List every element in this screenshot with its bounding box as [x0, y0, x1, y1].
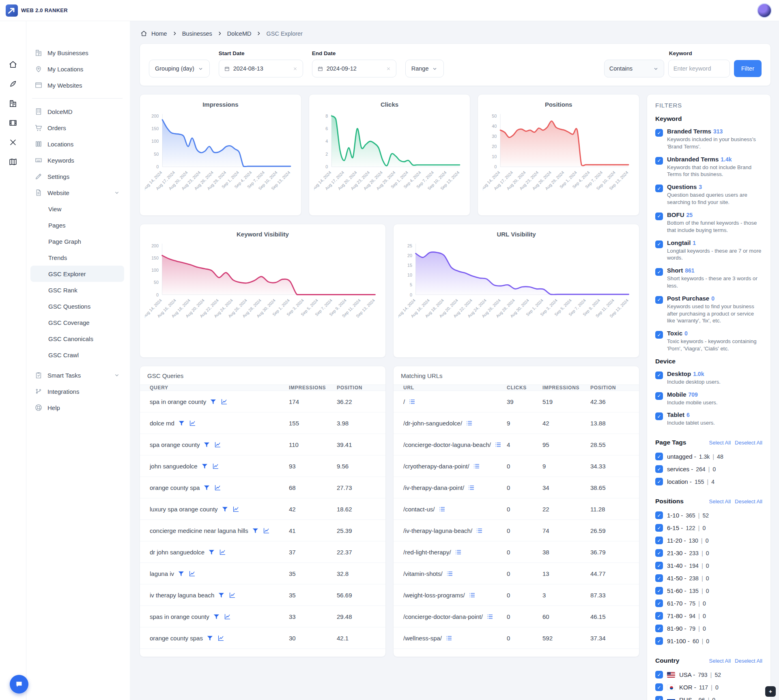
checkbox[interactable]	[655, 296, 663, 304]
list-queries-icon[interactable]	[468, 591, 476, 599]
sidebar-subitem[interactable]: Pages	[30, 217, 124, 233]
checkbox[interactable]	[655, 549, 663, 557]
sidebar-item[interactable]: Settings	[30, 168, 124, 185]
checkbox[interactable]	[655, 478, 663, 485]
rail-tools-icon[interactable]	[9, 138, 17, 147]
filter-query-icon[interactable]	[213, 613, 220, 621]
select-all-link[interactable]: Select All	[709, 498, 731, 505]
rail-map-icon[interactable]	[9, 157, 17, 166]
list-queries-icon[interactable]	[465, 419, 473, 427]
table-row[interactable]: /red-light-therapy/ 0 38 36.79	[394, 541, 639, 563]
checkbox[interactable]	[655, 537, 663, 544]
table-row[interactable]: /wellness-spa/ 0 592 37.34	[394, 627, 639, 649]
table-row[interactable]: john sanguedolce 93 9.56	[140, 455, 385, 477]
deselect-all-link[interactable]: Deselect All	[735, 658, 762, 664]
table-row[interactable]: spa orange county 110 39.41	[140, 434, 385, 455]
filter-query-icon[interactable]	[203, 484, 211, 492]
trend-query-icon[interactable]	[224, 613, 231, 621]
corner-extension-badge[interactable]: ✦	[765, 686, 776, 697]
filter-query-icon[interactable]	[209, 398, 217, 406]
clear-end-date-icon[interactable]	[386, 66, 391, 71]
trend-query-icon[interactable]	[214, 441, 222, 449]
table-row[interactable]: /concierge-doctor-dana-point/ 0 60 46.15	[394, 606, 639, 627]
table-row[interactable]: /concierge-doctor-laguna-beach/ 4 95 28.…	[394, 434, 639, 455]
table-row[interactable]: /vitamin-shots/ 0 13 44.77	[394, 563, 639, 584]
table-row[interactable]: orange county spa 68 27.73	[140, 477, 385, 498]
trend-query-icon[interactable]	[219, 548, 226, 556]
trend-query-icon[interactable]	[228, 591, 236, 599]
breadcrumb-home-icon[interactable]	[140, 30, 147, 37]
checkbox[interactable]	[655, 574, 663, 582]
deselect-all-link[interactable]: Deselect All	[735, 498, 762, 505]
trend-query-icon[interactable]	[189, 419, 196, 427]
table-row[interactable]: /iv-therapy-laguna-beach/ 0 74 26.59	[394, 520, 639, 541]
rail-businesses-icon[interactable]	[9, 99, 17, 108]
checkbox[interactable]	[655, 587, 663, 595]
trend-query-icon[interactable]	[217, 634, 225, 642]
sidebar-subitem[interactable]: GSC Rank	[30, 282, 124, 298]
sidebar-item[interactable]: Locations	[30, 136, 124, 152]
list-queries-icon[interactable]	[445, 634, 453, 642]
sidebar-item[interactable]: My Locations	[30, 61, 124, 77]
trend-query-icon[interactable]	[263, 527, 270, 535]
list-queries-icon[interactable]	[408, 398, 416, 406]
filter-query-icon[interactable]	[252, 527, 259, 535]
match-type-select[interactable]: Contains	[604, 60, 664, 77]
rail-media-icon[interactable]	[9, 118, 17, 127]
checkbox[interactable]	[655, 599, 663, 607]
sidebar-item[interactable]: My Websites	[30, 77, 124, 93]
table-row[interactable]: luxury spa orange county 42 18.62	[140, 498, 385, 520]
checkbox[interactable]	[655, 637, 663, 645]
table-row[interactable]: /iv-therapy-dana-point/ 0 34 38.65	[394, 477, 639, 498]
table-row[interactable]: /cryotherapy-dana-point/ 0 9 34.33	[394, 455, 639, 477]
checkbox[interactable]	[655, 412, 663, 420]
filter-query-icon[interactable]	[177, 570, 185, 578]
checkbox[interactable]	[655, 524, 663, 532]
sidebar-item[interactable]: DolceMD	[30, 103, 124, 120]
sidebar-subitem[interactable]: Page Graph	[30, 233, 124, 249]
checkbox[interactable]	[655, 562, 663, 569]
sidebar-subitem[interactable]: GSC Coverage	[30, 314, 124, 331]
sidebar-item[interactable]: My Businesses	[30, 45, 124, 61]
sidebar-item[interactable]: Keywords	[30, 152, 124, 168]
checkbox[interactable]	[655, 268, 663, 276]
filter-query-icon[interactable]	[203, 441, 211, 449]
table-row[interactable]: dr john sanguedolce 37 22.37	[140, 541, 385, 563]
checkbox[interactable]	[655, 392, 663, 400]
checkbox[interactable]	[655, 511, 663, 519]
list-queries-icon[interactable]	[446, 570, 454, 578]
sidebar-item[interactable]: Website	[30, 185, 124, 201]
table-row[interactable]: /dr-john-sanguedolce/ 9 42 13.88	[394, 412, 639, 434]
rail-home-icon[interactable]	[9, 60, 17, 69]
table-row[interactable]: spas in orange county 33 29.48	[140, 606, 385, 627]
range-dropdown[interactable]: Range	[405, 60, 444, 77]
checkbox[interactable]	[655, 129, 663, 137]
table-row[interactable]: concierge medicine near laguna hills 41 …	[140, 520, 385, 541]
table-row[interactable]: spa in orange county 174 36.22	[140, 391, 385, 412]
sidebar-item[interactable]: Orders	[30, 120, 124, 136]
sidebar-item[interactable]: Integrations	[30, 383, 124, 399]
sidebar-subitem[interactable]: GSC Questions	[30, 298, 124, 314]
table-row[interactable]: laguna iv 35 32.8	[140, 563, 385, 584]
keyword-input[interactable]	[668, 60, 730, 77]
filter-query-icon[interactable]	[206, 634, 214, 642]
clear-start-date-icon[interactable]	[293, 66, 298, 71]
select-all-link[interactable]: Select All	[709, 440, 731, 446]
breadcrumb-item[interactable]: DolceMD	[227, 30, 252, 37]
checkbox[interactable]	[655, 157, 663, 165]
deselect-all-link[interactable]: Deselect All	[735, 440, 762, 446]
trend-query-icon[interactable]	[188, 570, 196, 578]
breadcrumb-item[interactable]: Home	[151, 30, 167, 37]
trend-query-icon[interactable]	[232, 505, 240, 513]
user-avatar[interactable]	[757, 3, 772, 18]
breadcrumb-item[interactable]: Businesses	[182, 30, 212, 37]
end-date-input[interactable]: 2024-09-12	[312, 60, 396, 77]
list-queries-icon[interactable]	[467, 484, 475, 492]
list-queries-icon[interactable]	[473, 462, 480, 470]
sidebar-subitem[interactable]: Trends	[30, 249, 124, 266]
list-queries-icon[interactable]	[486, 613, 494, 621]
table-row[interactable]: /weight-loss-programs/ 0 3 87.33	[394, 584, 639, 606]
sidebar-item[interactable]: Smart Tasks	[30, 367, 124, 383]
table-row[interactable]: dolce md 155 3.98	[140, 412, 385, 434]
list-queries-icon[interactable]	[438, 505, 446, 513]
